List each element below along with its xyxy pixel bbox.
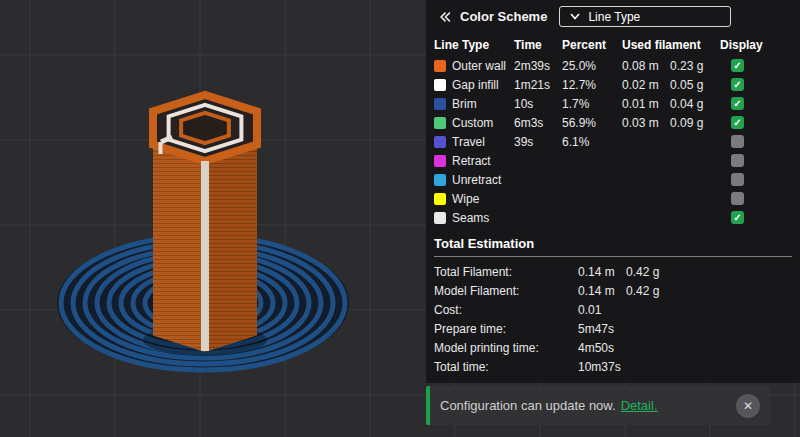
table-header-row: Line Type Time Percent Used filament Dis… xyxy=(426,33,800,56)
row-label: Wipe xyxy=(452,192,514,206)
color-swatch xyxy=(434,155,446,167)
header-used-filament: Used filament xyxy=(622,38,714,52)
estimation-value: 10m37s xyxy=(578,360,626,374)
estimation-label: Total Filament: xyxy=(434,265,578,279)
estimation-row-prepare-time: Prepare time: 5m47s xyxy=(426,319,800,338)
estimation-label: Total time: xyxy=(434,360,578,374)
estimation-value: 0.01 xyxy=(578,303,626,317)
row-used-g: 0.09 g xyxy=(670,116,714,130)
row-percent: 12.7% xyxy=(562,78,622,92)
estimation-value-2: 0.42 g xyxy=(626,265,659,279)
estimation-value: 0.14 m xyxy=(578,265,626,279)
detail-link[interactable]: Detail. xyxy=(621,398,658,413)
display-checkbox[interactable] xyxy=(731,116,744,129)
row-percent: 6.1% xyxy=(562,135,622,149)
row-used-m: 0.02 m xyxy=(622,78,670,92)
color-swatch xyxy=(434,60,446,72)
row-used-g: 0.04 g xyxy=(670,97,714,111)
row-time: 1m21s xyxy=(514,78,562,92)
estimation-label: Cost: xyxy=(434,303,578,317)
estimation-label: Model Filament: xyxy=(434,284,578,298)
row-percent: 56.9% xyxy=(562,116,622,130)
estimation-row-model-filament: Model Filament: 0.14 m 0.42 g xyxy=(426,281,800,300)
display-checkbox[interactable] xyxy=(731,97,744,110)
row-used-m: 0.01 m xyxy=(622,97,670,111)
row-used-g: 0.05 g xyxy=(670,78,714,92)
table-row-custom: Custom 6m3s 56.9% 0.03 m 0.09 g xyxy=(426,113,800,132)
row-label: Seams xyxy=(452,211,514,225)
estimation-row-model-printing-time: Model printing time: 4m50s xyxy=(426,338,800,357)
row-time: 6m3s xyxy=(514,116,562,130)
row-label: Unretract xyxy=(452,173,514,187)
table-row-unretract: Unretract xyxy=(426,170,800,189)
estimation-row-total-time: Total time: 10m37s xyxy=(426,357,800,376)
color-swatch xyxy=(434,193,446,205)
row-percent: 1.7% xyxy=(562,97,622,111)
header-percent: Percent xyxy=(562,38,622,52)
notification-toast: Configuration can update now. Detail. xyxy=(426,386,770,425)
chevron-down-icon xyxy=(570,13,580,20)
header-display: Display xyxy=(720,38,763,52)
row-used-m: 0.03 m xyxy=(622,116,670,130)
row-time: 2m39s xyxy=(514,59,562,73)
color-swatch xyxy=(434,79,446,91)
display-checkbox[interactable] xyxy=(731,173,744,186)
row-label: Outer wall xyxy=(452,59,514,73)
estimation-row-cost: Cost: 0.01 xyxy=(426,300,800,319)
estimation-label: Model printing time: xyxy=(434,341,578,355)
estimation-value: 4m50s xyxy=(578,341,626,355)
table-row-wipe: Wipe xyxy=(426,189,800,208)
row-label: Custom xyxy=(452,116,514,130)
color-swatch xyxy=(434,136,446,148)
close-icon[interactable] xyxy=(736,394,760,418)
row-used-m: 0.08 m xyxy=(622,59,670,73)
table-row-travel: Travel 39s 6.1% xyxy=(426,132,800,151)
color-swatch xyxy=(434,98,446,110)
notification-message: Configuration can update now. xyxy=(440,398,616,413)
display-checkbox[interactable] xyxy=(731,192,744,205)
row-used-g: 0.23 g xyxy=(670,59,714,73)
table-row-outer-wall: Outer wall 2m39s 25.0% 0.08 m 0.23 g xyxy=(426,56,800,75)
row-label: Gap infill xyxy=(452,78,514,92)
dropdown-value: Line Type xyxy=(588,10,640,24)
color-swatch xyxy=(434,212,446,224)
table-row-retract: Retract xyxy=(426,151,800,170)
row-percent: 25.0% xyxy=(562,59,622,73)
total-estimation-title: Total Estimation xyxy=(426,227,800,256)
header-line-type: Line Type xyxy=(434,38,514,52)
color-swatch xyxy=(434,117,446,129)
model-tower xyxy=(153,95,257,352)
display-checkbox[interactable] xyxy=(731,78,744,91)
table-row-seams: Seams xyxy=(426,208,800,227)
color-scheme-panel: Color Scheme Line Type Line Type Time Pe… xyxy=(426,0,800,383)
row-time: 10s xyxy=(514,97,562,111)
row-label: Travel xyxy=(452,135,514,149)
display-checkbox[interactable] xyxy=(731,59,744,72)
divider xyxy=(434,256,792,257)
estimation-label: Prepare time: xyxy=(434,322,578,336)
collapse-icon[interactable] xyxy=(436,9,454,25)
color-swatch xyxy=(434,174,446,186)
estimation-value-2: 0.42 g xyxy=(626,284,659,298)
estimation-value: 0.14 m xyxy=(578,284,626,298)
view-type-dropdown[interactable]: Line Type xyxy=(559,6,731,27)
display-checkbox[interactable] xyxy=(731,211,744,224)
row-label: Brim xyxy=(452,97,514,111)
estimation-row-total-filament: Total Filament: 0.14 m 0.42 g xyxy=(426,262,800,281)
table-row-brim: Brim 10s 1.7% 0.01 m 0.04 g xyxy=(426,94,800,113)
display-checkbox[interactable] xyxy=(731,135,744,148)
header-time: Time xyxy=(514,38,562,52)
display-checkbox[interactable] xyxy=(731,154,744,167)
panel-header: Color Scheme Line Type xyxy=(426,0,800,33)
estimation-value: 5m47s xyxy=(578,322,626,336)
seam-stripe xyxy=(201,161,209,351)
panel-title: Color Scheme xyxy=(460,9,547,24)
row-time: 39s xyxy=(514,135,562,149)
row-label: Retract xyxy=(452,154,514,168)
table-row-gap-infill: Gap infill 1m21s 12.7% 0.02 m 0.05 g xyxy=(426,75,800,94)
